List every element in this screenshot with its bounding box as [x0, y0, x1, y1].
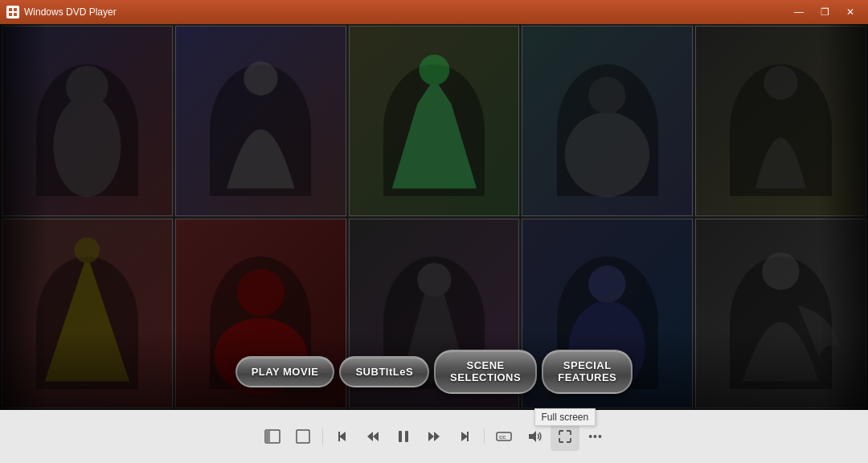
title-bar-left: Windows DVD Player: [6, 6, 117, 18]
skip-end-icon: [457, 428, 473, 445]
svg-point-8: [565, 113, 649, 197]
closed-captions-icon: CC: [496, 428, 512, 445]
rewind-button[interactable]: [358, 422, 387, 451]
svg-point-11: [75, 237, 100, 263]
play-movie-button[interactable]: PLAY MOVIE: [235, 356, 335, 388]
svg-marker-29: [461, 432, 468, 441]
svg-point-7: [419, 55, 449, 85]
skip-start-icon: [334, 428, 350, 445]
content-area: PLAY MOVIE SUBTItLeS SCENESELECTIONS SPE…: [0, 24, 868, 410]
separator-2: [484, 428, 485, 445]
svg-rect-2: [9, 13, 12, 16]
control-bar: Full screen: [0, 410, 868, 463]
maximize-button[interactable]: ❐: [813, 3, 836, 21]
app-icon: [6, 6, 19, 18]
svg-point-9: [589, 76, 626, 113]
svg-point-14: [417, 263, 451, 297]
svg-rect-19: [265, 430, 270, 443]
svg-rect-20: [297, 430, 309, 443]
pause-icon: [395, 428, 411, 445]
tile-2: [175, 26, 346, 216]
menu-buttons: PLAY MOVIE SUBTItLeS SCENESELECTIONS SPE…: [0, 350, 868, 394]
tile-4: [522, 26, 693, 216]
svg-rect-25: [399, 431, 402, 442]
minimize-button[interactable]: —: [788, 3, 810, 21]
fullscreen-button[interactable]: [551, 422, 579, 451]
tile-5: [695, 26, 866, 216]
svg-point-17: [762, 252, 799, 289]
more-options-button[interactable]: •••: [581, 422, 610, 451]
separator-1: [322, 428, 323, 445]
svg-rect-1: [14, 8, 17, 11]
svg-marker-33: [529, 431, 536, 442]
volume-icon: [526, 428, 542, 445]
fast-forward-button[interactable]: [420, 422, 448, 451]
scene-selections-button[interactable]: SCENESELECTIONS: [434, 350, 537, 394]
fullscreen-icon: [557, 428, 573, 445]
more-options-icon: •••: [588, 430, 603, 443]
svg-point-6: [244, 61, 277, 95]
svg-point-5: [66, 66, 108, 109]
svg-marker-24: [373, 432, 379, 441]
svg-rect-0: [9, 8, 12, 11]
svg-marker-28: [434, 432, 440, 441]
tile-3: [349, 26, 520, 216]
svg-rect-30: [467, 432, 469, 441]
svg-rect-3: [14, 13, 17, 16]
fast-forward-icon: [426, 428, 442, 445]
subtitles-button[interactable]: SUBTItLeS: [339, 356, 429, 388]
skip-end-button[interactable]: [450, 422, 479, 451]
tile-1: [2, 26, 173, 216]
window-mode-icon: [295, 428, 311, 445]
app-title: Windows DVD Player: [24, 6, 117, 18]
sidebar-toggle-icon: [264, 428, 280, 445]
window-mode-button[interactable]: [289, 422, 317, 451]
sidebar-toggle-button[interactable]: [258, 422, 287, 451]
svg-point-16: [589, 265, 626, 302]
close-button[interactable]: ✕: [839, 3, 862, 21]
volume-button[interactable]: [520, 422, 549, 451]
svg-point-10: [764, 66, 798, 100]
svg-rect-22: [338, 432, 340, 441]
svg-point-13: [237, 268, 285, 316]
svg-marker-23: [367, 432, 373, 441]
skip-start-button[interactable]: [328, 422, 357, 451]
svg-point-4: [53, 96, 121, 197]
title-bar: Windows DVD Player — ❐ ✕: [0, 0, 868, 24]
closed-captions-button[interactable]: CC: [489, 422, 518, 451]
pause-button[interactable]: [389, 422, 418, 451]
rewind-icon: [365, 428, 381, 445]
svg-text:CC: CC: [499, 435, 506, 440]
special-features-button[interactable]: SPECIALFEATURES: [542, 350, 633, 394]
svg-rect-26: [405, 431, 408, 442]
fullscreen-tooltip: Full screen: [534, 408, 596, 426]
svg-marker-27: [428, 432, 434, 441]
title-controls: — ❐ ✕: [788, 3, 862, 21]
svg-marker-21: [339, 432, 346, 441]
